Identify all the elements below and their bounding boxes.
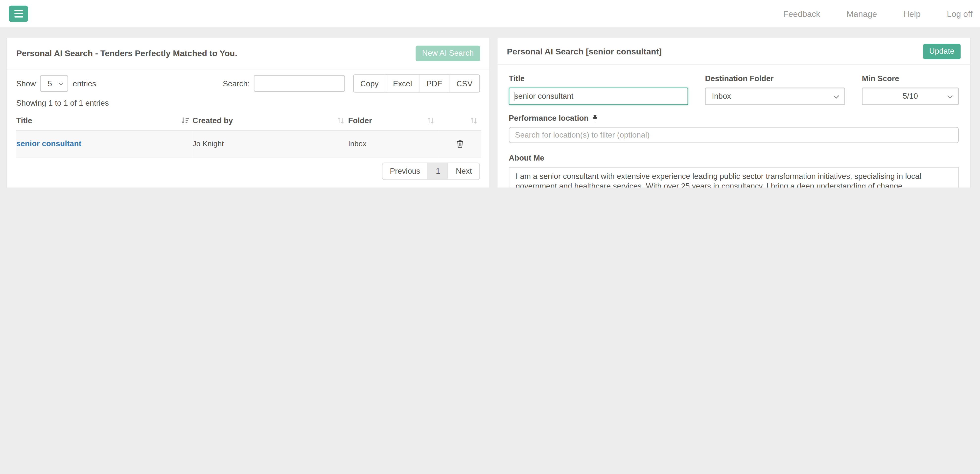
folder-cell: Inbox — [348, 130, 438, 158]
pagination: Previous 1 Next — [16, 162, 480, 180]
table-row: senior consultant Jo Knight Inbox — [16, 130, 481, 158]
search-input[interactable] — [253, 75, 345, 92]
topbar: Feedback Manage Help Log off — [0, 0, 980, 28]
hamburger-menu-button[interactable] — [9, 6, 28, 22]
nav-feedback-link[interactable]: Feedback — [783, 10, 820, 19]
column-header-created-by[interactable]: Created by — [192, 111, 348, 130]
panel-title: Personal AI Search - Tenders Perfectly M… — [16, 49, 237, 58]
min-score-value: 5/10 — [862, 92, 958, 100]
table-controls: Show 5 entries Search: Copy Excel PDF CS… — [16, 75, 480, 92]
performance-location-text: Performance location — [509, 114, 589, 122]
created-by-cell: Jo Knight — [192, 130, 348, 158]
title-input[interactable] — [509, 87, 688, 105]
nav-help-link[interactable]: Help — [903, 10, 921, 19]
chevron-down-icon — [833, 95, 839, 99]
excel-button[interactable]: Excel — [385, 75, 420, 92]
nav-manage-link[interactable]: Manage — [846, 10, 877, 19]
copy-button[interactable]: Copy — [353, 75, 386, 92]
panel-header: Personal AI Search - Tenders Perfectly M… — [7, 38, 490, 69]
pagination-previous[interactable]: Previous — [382, 163, 428, 179]
delete-search-button[interactable] — [456, 139, 463, 150]
searches-table: Title Created by Folder — [16, 111, 481, 158]
show-label: Show — [16, 79, 36, 88]
search-control: Search: Copy Excel PDF CSV — [223, 75, 480, 92]
panel-header: Personal AI Search [senior consultant] U… — [498, 38, 970, 65]
search-label: Search: — [223, 79, 250, 88]
page-length-control: Show 5 entries — [16, 75, 96, 92]
column-header-title[interactable]: Title — [16, 111, 192, 130]
nav-logoff-link[interactable]: Log off — [947, 10, 972, 19]
update-button[interactable]: Update — [923, 43, 961, 59]
hamburger-icon — [14, 10, 23, 17]
pdf-button[interactable]: PDF — [419, 75, 450, 92]
pushpin-icon — [592, 114, 598, 122]
sort-active-desc-icon — [181, 116, 189, 125]
showing-entries-text: Showing 1 to 1 of 1 entries — [16, 99, 480, 107]
column-label: Folder — [348, 116, 372, 125]
panel-title: Personal AI Search [senior consultant] — [507, 46, 662, 56]
destination-folder-label: Destination Folder — [705, 75, 845, 83]
trash-icon — [456, 139, 463, 148]
text-cursor — [514, 92, 514, 100]
performance-location-label: Performance location — [509, 114, 959, 122]
topbar-nav: Feedback Manage Help Log off — [783, 0, 972, 28]
title-field-label: Title — [509, 75, 688, 83]
destination-folder-value: Inbox — [706, 92, 731, 100]
performance-location-input[interactable] — [509, 127, 959, 143]
destination-folder-select[interactable]: Inbox — [705, 87, 845, 105]
export-button-group: Copy Excel PDF CSV — [353, 75, 480, 92]
column-header-folder[interactable]: Folder — [348, 111, 438, 130]
about-me-label: About Me — [509, 154, 959, 162]
min-score-select[interactable]: 5/10 — [862, 87, 959, 105]
about-me-textarea[interactable]: I am a senior consultant with extensive … — [509, 167, 959, 188]
search-title-link[interactable]: senior consultant — [16, 139, 81, 148]
chevron-down-icon — [58, 82, 64, 85]
csv-button[interactable]: CSV — [449, 75, 480, 92]
personal-ai-search-panel: Personal AI Search - Tenders Perfectly M… — [6, 38, 490, 188]
page-length-select[interactable]: 5 — [40, 75, 68, 92]
chevron-down-icon — [947, 95, 953, 99]
new-ai-search-button[interactable]: New AI Search — [416, 46, 480, 61]
sort-icon — [336, 116, 345, 125]
sort-icon — [469, 116, 478, 125]
pagination-next[interactable]: Next — [448, 163, 479, 179]
sort-icon — [426, 116, 435, 125]
entries-label: entries — [73, 79, 96, 88]
search-edit-form: Title Destination Folder Inbox Min Score — [498, 65, 970, 188]
search-detail-panel: Personal AI Search [senior consultant] U… — [497, 38, 970, 188]
column-label: Title — [16, 116, 32, 125]
min-score-label: Min Score — [862, 75, 959, 83]
page-length-value: 5 — [48, 79, 52, 88]
column-header-actions[interactable] — [438, 111, 481, 130]
pagination-page-1[interactable]: 1 — [428, 163, 448, 179]
app-window: Feedback Manage Help Log off Personal AI… — [0, 0, 980, 188]
column-label: Created by — [192, 116, 233, 125]
